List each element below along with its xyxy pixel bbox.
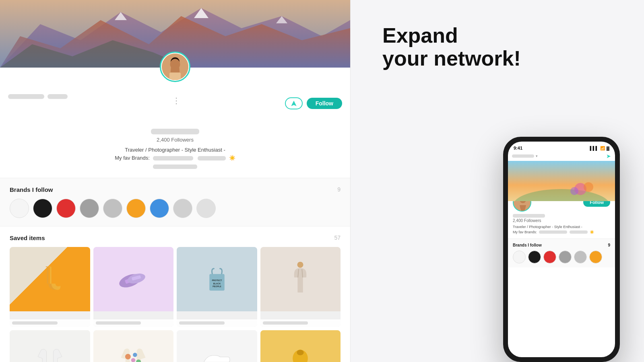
headline: Expand your network!	[382, 24, 521, 70]
phone-brand-3[interactable]	[543, 251, 556, 263]
phone-brands-section: Brands I follow 9	[508, 239, 615, 267]
saved-grid-row1: PROTECT BLACK PEOPLE	[10, 247, 341, 327]
svg-point-18	[297, 261, 303, 267]
saved-item-socks[interactable]	[10, 247, 90, 327]
saved-item-label-bag	[177, 319, 257, 327]
profile-actions: Follow	[285, 97, 342, 109]
brand-circle-1[interactable]	[10, 199, 29, 218]
phone-navigate-icon: ➤	[606, 153, 611, 159]
phone-mockup: 9:41 ▌▌▌ 📶 ▓ ▾ ➤	[503, 137, 620, 362]
navigate-button[interactable]	[285, 97, 303, 109]
phone-brands-count: 9	[608, 243, 610, 247]
brand-circle-2[interactable]	[33, 199, 52, 218]
saved-item-hairclip[interactable]	[93, 247, 174, 327]
phone-username-row: ▾ ➤	[508, 152, 615, 161]
phone-notch	[549, 137, 574, 139]
profile-center: 2,400 Followers Traveler / Photographer …	[0, 109, 350, 170]
wifi-icon: 📶	[600, 146, 605, 150]
saved-item-shoes[interactable]	[177, 330, 257, 362]
phone-frame: 9:41 ▌▌▌ 📶 ▓ ▾ ➤	[503, 137, 620, 362]
phone-bio: Traveler / Photographer - Style Enthusia…	[513, 224, 610, 234]
bio-brands-blur-2	[198, 156, 226, 160]
avatar	[160, 51, 190, 82]
svg-text:PROTECT: PROTECT	[212, 279, 222, 282]
phone-name-blur	[512, 154, 534, 158]
phone-brand-6[interactable]	[589, 251, 602, 263]
phone-brand-4[interactable]	[559, 251, 572, 263]
battery-icon: ▓	[607, 146, 609, 150]
phone-status-icons: ▌▌▌ 📶 ▓	[590, 146, 609, 150]
username-blur-2	[47, 94, 68, 99]
saved-title: Saved items	[10, 234, 45, 241]
bio-brands-blur	[153, 156, 193, 160]
phone-brand-1[interactable]	[513, 251, 526, 263]
phone-profile-name-blur	[513, 214, 545, 218]
saved-item-hat[interactable]	[260, 330, 341, 362]
profile-section: ⋮ Follow 2,400 Followers Traveler / Phot…	[0, 68, 350, 178]
phone-brand-2[interactable]	[528, 251, 541, 263]
bio-line3-blur	[153, 165, 197, 169]
phone-brand-5[interactable]	[574, 251, 587, 263]
brand-circle-9[interactable]	[196, 199, 216, 218]
saved-section: Saved items 57	[0, 226, 350, 362]
brands-header: Brands I follow 9	[10, 186, 341, 193]
left-panel: ⋮ Follow 2,400 Followers Traveler / Phot…	[0, 0, 350, 362]
svg-rect-9	[169, 72, 181, 80]
headline-line1: Expand	[382, 24, 458, 47]
saved-item-hoodie[interactable]	[93, 330, 174, 362]
phone-brands-header: Brands I follow 9	[513, 243, 610, 247]
more-menu-button[interactable]: ⋮	[171, 94, 182, 107]
phone-followers-count: 2,400 Followers	[513, 218, 610, 223]
saved-item-outfit[interactable]	[260, 247, 341, 327]
headline-line2: your network!	[382, 47, 521, 70]
svg-text:BLACK: BLACK	[213, 282, 221, 284]
brand-circle-3[interactable]	[56, 199, 76, 218]
brand-circle-5[interactable]	[103, 199, 122, 218]
phone-status-bar: 9:41 ▌▌▌ 📶 ▓	[508, 142, 615, 152]
brand-circle-4[interactable]	[80, 199, 99, 218]
right-panel: Expand your network! 9:41 ▌▌▌ 📶 ▓	[350, 0, 644, 362]
brands-section: Brands I follow 9	[0, 178, 350, 226]
phone-dropdown-icon: ▾	[536, 154, 538, 158]
phone-time: 9:41	[514, 146, 522, 150]
signal-icon: ▌▌▌	[590, 146, 598, 150]
svg-point-25	[131, 358, 136, 362]
brands-count: 9	[337, 186, 341, 193]
svg-point-28	[297, 350, 304, 356]
navigate-icon	[291, 100, 297, 107]
svg-point-21	[125, 354, 131, 360]
phone-bio-blur-1	[539, 230, 567, 234]
phone-cover-image	[508, 161, 615, 201]
saved-header: Saved items 57	[10, 234, 341, 241]
brands-title: Brands I follow	[10, 186, 53, 193]
saved-count: 57	[334, 234, 341, 241]
saved-item-label-outfit	[260, 319, 341, 327]
profile-header-row: ⋮ Follow	[0, 88, 350, 109]
svg-point-32	[584, 182, 593, 192]
svg-point-33	[570, 187, 578, 195]
saved-item-label-socks	[10, 319, 90, 327]
saved-item-top[interactable]	[10, 330, 90, 362]
phone-bio-blur-2	[570, 230, 588, 234]
brand-circle-8[interactable]	[173, 199, 192, 218]
phone-brands-row	[513, 251, 610, 263]
brand-circle-6[interactable]	[126, 199, 146, 218]
brand-circle-7[interactable]	[150, 199, 169, 218]
bio-text: Traveler / Photographer - Style Enthusia…	[8, 146, 342, 170]
username-area	[8, 94, 68, 99]
username-blur	[8, 94, 44, 99]
saved-item-label-hairclip	[93, 319, 174, 327]
phone-username-area: ▾	[512, 154, 538, 158]
svg-text:PEOPLE: PEOPLE	[213, 285, 221, 288]
phone-brands-title: Brands I follow	[513, 243, 542, 247]
brands-row	[10, 199, 341, 218]
saved-grid-row2	[10, 330, 341, 362]
saved-item-bag[interactable]: PROTECT BLACK PEOPLE	[177, 247, 257, 327]
svg-point-22	[133, 353, 137, 357]
followers-count: 2,400 Followers	[8, 137, 342, 143]
follow-button[interactable]: Follow	[307, 98, 342, 109]
profile-name	[151, 129, 199, 134]
phone-screen: 9:41 ▌▌▌ 📶 ▓ ▾ ➤	[508, 142, 615, 357]
